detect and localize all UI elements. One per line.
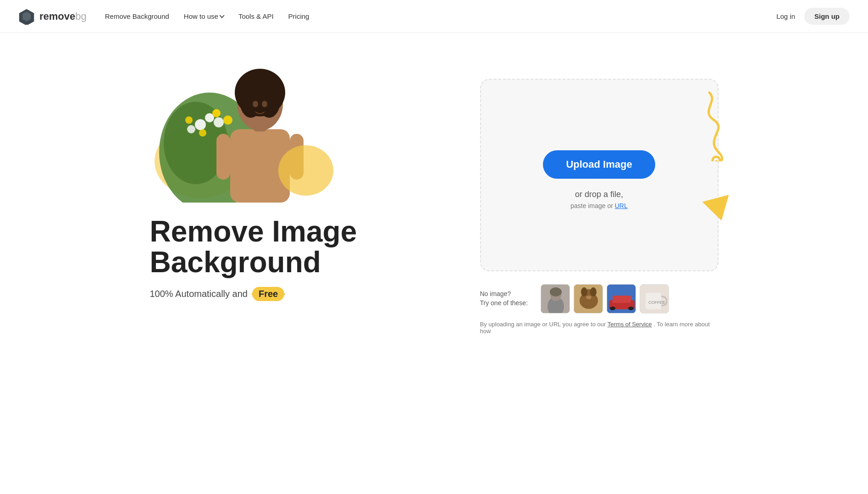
svg-point-27	[550, 287, 562, 296]
svg-rect-38	[628, 307, 634, 310]
terms-link[interactable]: Terms of Service	[608, 321, 652, 328]
hero-left: Remove Image Background 100% Automatical…	[150, 51, 425, 301]
svg-point-8	[199, 129, 206, 137]
upload-card: Upload Image or drop a file, paste image…	[480, 79, 719, 271]
svg-rect-20	[216, 134, 230, 180]
hero-image-wrapper	[150, 60, 343, 203]
svg-point-6	[214, 117, 224, 127]
sample-thumb-mug[interactable]: COFFEE	[640, 284, 669, 313]
svg-text:COFFEE: COFFEE	[648, 300, 665, 305]
svg-rect-37	[610, 307, 615, 310]
svg-rect-36	[613, 296, 631, 303]
upload-image-button[interactable]: Upload Image	[543, 150, 655, 179]
hero-illustration	[150, 60, 343, 203]
chevron-down-icon	[219, 13, 224, 18]
navbar: removebg Remove Background How to use To…	[0, 0, 868, 33]
sample-thumb-person[interactable]	[541, 284, 570, 313]
no-image-label: No image? Try one of these:	[480, 290, 535, 307]
logo-icon	[18, 8, 35, 25]
svg-point-9	[212, 109, 221, 117]
svg-point-11	[185, 116, 193, 124]
footer-note: By uploading an image or URL you agree t…	[480, 321, 719, 335]
free-badge: Free	[252, 287, 284, 301]
nav-remove-background[interactable]: Remove Background	[105, 12, 169, 20]
svg-point-17	[258, 81, 281, 118]
url-link[interactable]: URL	[615, 202, 628, 209]
login-button[interactable]: Log in	[776, 12, 795, 20]
nav-right: Log in Sign up	[776, 8, 850, 25]
hero-title: Remove Image Background	[150, 216, 425, 278]
logo[interactable]: removebg	[18, 8, 87, 25]
hero-section: Remove Image Background 100% Automatical…	[113, 33, 755, 362]
sample-thumbs: COFFEE	[541, 284, 669, 313]
sample-thumb-dog[interactable]	[574, 284, 603, 313]
svg-point-4	[195, 119, 206, 130]
nav-pricing[interactable]: Pricing	[288, 12, 310, 20]
svg-point-33	[586, 296, 592, 299]
nav-how-to-use[interactable]: How to use	[184, 12, 224, 20]
sample-thumb-car[interactable]	[607, 284, 636, 313]
signup-button[interactable]: Sign up	[804, 8, 850, 25]
paste-text: paste image or URL	[570, 202, 628, 209]
hero-subtitle: 100% Automatically and Free	[150, 287, 425, 301]
drop-text: or drop a file,	[575, 190, 623, 199]
sample-section: No image? Try one of these:	[480, 284, 719, 313]
svg-point-18	[253, 101, 258, 107]
nav-links: Remove Background How to use Tools & API…	[105, 12, 310, 20]
svg-point-22	[278, 145, 333, 196]
svg-point-32	[590, 287, 597, 296]
svg-point-10	[223, 115, 232, 125]
nav-left: removebg Remove Background How to use To…	[18, 8, 309, 25]
sample-row: No image? Try one of these:	[480, 284, 719, 313]
nav-tools-api[interactable]: Tools & API	[238, 12, 274, 20]
svg-point-19	[262, 101, 267, 107]
hero-right: Upload Image or drop a file, paste image…	[480, 51, 719, 335]
svg-point-31	[581, 287, 587, 296]
svg-point-7	[187, 125, 195, 133]
logo-text: removebg	[39, 11, 87, 22]
